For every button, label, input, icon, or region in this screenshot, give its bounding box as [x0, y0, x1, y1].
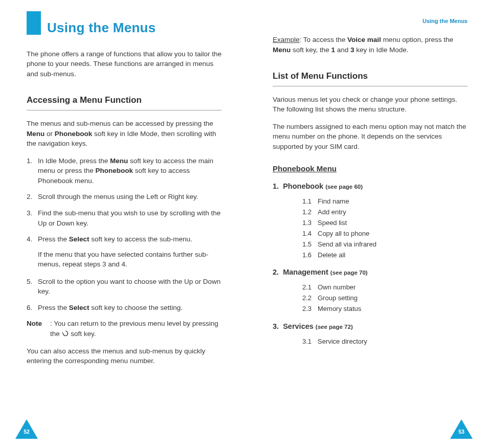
- menu-see-page: (see page 72): [316, 324, 353, 330]
- item-num: 1.1: [302, 197, 318, 207]
- text: Press the: [38, 235, 69, 243]
- accessing-lead: The menus and sub-menus can be accessed …: [27, 119, 221, 149]
- item-num: 2.3: [302, 304, 318, 314]
- item-num: 1.4: [302, 229, 318, 239]
- item-num: 2.2: [302, 294, 318, 303]
- text: soft key to access the sub-menu.: [90, 235, 192, 243]
- section-list-heading: List of Menu Functions: [273, 70, 468, 83]
- text: In Idle Mode, press the: [38, 157, 110, 165]
- menu-name: Management: [283, 268, 328, 276]
- text: soft key, the: [291, 46, 331, 54]
- list-item: 2.3Memory status: [302, 304, 468, 314]
- item-text: Own number: [318, 283, 356, 291]
- item-num: 1.3: [302, 218, 318, 228]
- item-text: Service directory: [318, 338, 367, 345]
- divider: [273, 86, 468, 86]
- note-body: : You can return to the previous menu le…: [50, 319, 221, 339]
- step-4: 4.Press the Select soft key to access th…: [27, 234, 221, 244]
- text: Scroll to the option you want to choose …: [38, 277, 221, 297]
- menu-see-page: (see page 70): [330, 270, 368, 276]
- bold-text: Phonebook: [96, 167, 134, 174]
- intro-paragraph: The phone offers a range of functions th…: [27, 49, 221, 79]
- list-p2: The numbers assigned to each menu option…: [273, 122, 468, 152]
- item-text: Add entry: [318, 208, 346, 216]
- list-item: 2.2Group setting: [302, 294, 468, 303]
- text: Scroll through the menus using the Left …: [38, 192, 221, 202]
- item-text: Send all via infrared: [318, 240, 376, 248]
- running-head: Using the Menus: [273, 17, 468, 26]
- item-text: Group setting: [318, 294, 358, 302]
- item-text: Find name: [318, 197, 349, 205]
- menu-2-head: 2. Management (see page 70): [273, 267, 468, 278]
- bold-text: 1: [331, 46, 336, 54]
- list-item: 1.3Speed list: [302, 218, 468, 228]
- menu-see-page: (see page 60): [325, 184, 363, 190]
- item-num: 1.5: [302, 240, 318, 250]
- step-6: 6.Press the Select soft key to choose th…: [27, 303, 221, 313]
- item-text: Memory status: [318, 305, 361, 312]
- divider: [27, 110, 221, 110]
- menu-3-head: 3. Services (see page 72): [273, 321, 468, 332]
- text: soft key to choose the setting.: [90, 304, 183, 311]
- item-num: 2.1: [302, 283, 318, 293]
- step-3: 3.Find the sub-menu that you wish to use…: [27, 208, 221, 228]
- accessing-tail: You can also access the menus and sub-me…: [27, 346, 221, 366]
- menu-2-items: 2.1Own number 2.2Group setting 2.3Memory…: [302, 283, 468, 314]
- step-2: 2.Scroll through the menus using the Lef…: [27, 192, 221, 202]
- bold-text: Select: [69, 235, 90, 243]
- list-item: 3.1Service directory: [302, 337, 468, 347]
- list-item: 1.5Send all via infrared: [302, 240, 468, 250]
- menu-num: 1.: [273, 182, 279, 190]
- list-item: 1.2Add entry: [302, 208, 468, 217]
- menu-1-head: 1. Phonebook (see page 60): [273, 181, 468, 192]
- menu-name: Services: [283, 322, 314, 330]
- phonebook-menu-heading: Phonebook Menu: [273, 163, 468, 174]
- text: The menus and sub-menus can be accessed …: [27, 120, 213, 127]
- item-num: 3.1: [302, 337, 318, 347]
- chapter-tab: [27, 11, 41, 35]
- steps-list-cont: 5.Scroll to the option you want to choos…: [27, 277, 221, 313]
- text: and: [335, 46, 350, 54]
- list-item: 2.1Own number: [302, 283, 468, 293]
- note-label: Note: [27, 320, 42, 327]
- item-num: 1.6: [302, 251, 318, 260]
- back-icon: [62, 330, 69, 337]
- page-right: Using the Menus Example: To access the V…: [244, 0, 488, 448]
- menu-name: Phonebook: [283, 182, 323, 190]
- bold-text: Menu: [110, 157, 128, 165]
- step-4-extra: If the menu that you have selected conta…: [38, 250, 221, 270]
- list-item: 1.6Delete all: [302, 251, 468, 260]
- page-title: Using the Menus: [47, 18, 221, 38]
- bold-text: Menu: [27, 130, 45, 138]
- list-item: 1.1Find name: [302, 197, 468, 207]
- page-left: Using the Menus The phone offers a range…: [0, 0, 244, 448]
- example-paragraph: Example: To access the Voice mail menu o…: [273, 35, 468, 55]
- menu-num: 2.: [273, 268, 279, 276]
- page-number-right: 53: [450, 428, 473, 436]
- list-p1: Various menus let you check or change yo…: [273, 95, 468, 115]
- bold-text: Menu: [273, 46, 291, 54]
- bold-text: Select: [69, 304, 90, 311]
- list-item: 1.4Copy all to phone: [302, 229, 468, 239]
- steps-list: 1.In Idle Mode, press the Menu soft key …: [27, 156, 221, 244]
- menu-num: 3.: [273, 322, 279, 330]
- text: : To access the: [300, 36, 348, 43]
- example-label: Example: [273, 36, 300, 43]
- step-5: 5.Scroll to the option you want to choos…: [27, 277, 221, 297]
- item-text: Copy all to phone: [318, 230, 369, 237]
- text: Press the: [38, 304, 69, 311]
- bold-text: Voice mail: [347, 36, 381, 43]
- bold-text: Phonebook: [55, 130, 93, 138]
- step-1: 1.In Idle Mode, press the Menu soft key …: [27, 156, 221, 186]
- menu-1-items: 1.1Find name 1.2Add entry 1.3Speed list …: [302, 197, 468, 260]
- text: key in Idle Mode.: [354, 46, 409, 54]
- menu-3-items: 3.1Service directory: [302, 337, 468, 347]
- bold-text: 3: [350, 46, 354, 54]
- text: soft key.: [69, 330, 96, 338]
- item-num: 1.2: [302, 208, 318, 217]
- section-accessing-heading: Accessing a Menu Function: [27, 94, 221, 107]
- note-block: Note : You can return to the previous me…: [27, 319, 221, 339]
- item-text: Delete all: [318, 251, 345, 259]
- text: menu option, press the: [381, 36, 453, 43]
- item-text: Speed list: [318, 219, 347, 227]
